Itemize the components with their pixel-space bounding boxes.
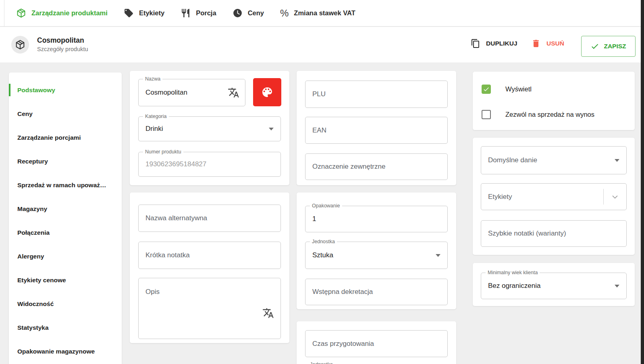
alt-name-field[interactable]: Nazwa alternatywna bbox=[138, 205, 281, 232]
takeaway-checkbox-row[interactable]: Zezwól na sprzedaż na wynos bbox=[482, 110, 594, 119]
product-number-label: Numer produktu bbox=[143, 149, 183, 155]
nav-item-label: Zmiana stawek VAT bbox=[294, 9, 355, 17]
labels-placeholder: Etykiety bbox=[488, 193, 512, 201]
top-navigation: Zarządzanie produktami Etykiety Porcja C… bbox=[0, 0, 641, 27]
product-number-field[interactable]: Numer produktu 1930623695184827 bbox=[138, 152, 281, 177]
nav-item-labels[interactable]: Etykiety bbox=[124, 8, 164, 18]
sidebar-item-etykiety-cenowe[interactable]: Etykiety cenowe bbox=[9, 268, 122, 292]
tag-icon bbox=[124, 8, 134, 18]
minimum-age-select[interactable]: Minimalny wiek klienta Bez ograniczenia bbox=[481, 273, 627, 299]
sidebar-item-sprzedaz-upowaznienia[interactable]: Sprzedaż w ramach upoważ… bbox=[9, 173, 122, 197]
plu-field[interactable]: PLU bbox=[305, 81, 448, 108]
plu-placeholder: PLU bbox=[312, 90, 326, 98]
category-select-value: Drinki bbox=[145, 125, 163, 133]
codes-card: PLU EAN Oznaczenie zewnętrzne bbox=[297, 71, 456, 185]
nav-item-product-management[interactable]: Zarządzanie produktami bbox=[16, 8, 108, 18]
next-field-label-cutoff: Jednostka bbox=[310, 362, 333, 364]
unit-select[interactable]: Jednostka Sztuka bbox=[305, 242, 448, 269]
unit-label: Jednostka bbox=[310, 239, 337, 245]
caret-down-icon bbox=[615, 159, 619, 162]
category-select-label: Kategoria bbox=[143, 114, 169, 120]
save-button[interactable]: ZAPISZ bbox=[581, 36, 636, 57]
color-picker-button[interactable] bbox=[253, 78, 281, 106]
default-dish-placeholder: Domyślne danie bbox=[488, 156, 537, 164]
minimum-age-card: Minimalny wiek klienta Bez ograniczenia bbox=[473, 263, 635, 306]
sidebar-item-statystyka[interactable]: Statystyka bbox=[9, 316, 122, 339]
short-note-placeholder: Krótka notatka bbox=[145, 251, 190, 259]
product-number-value: 1930623695184827 bbox=[145, 160, 206, 168]
save-button-label: ZAPISZ bbox=[604, 43, 626, 50]
unit-value: Sztuka bbox=[312, 251, 333, 259]
duplicate-icon bbox=[471, 39, 480, 48]
external-mark-placeholder: Oznaczenie zewnętrzne bbox=[312, 163, 385, 171]
sidebar-item-polaczenia[interactable]: Połączenia bbox=[9, 221, 122, 244]
basic-info-card: Nazwa Cosmopolitan Kategoria Drinki Nume… bbox=[130, 71, 289, 185]
cube-icon bbox=[16, 8, 26, 18]
duplicate-button[interactable]: DUPLIKUJ bbox=[471, 39, 517, 48]
sidebar-item-receptury[interactable]: Receptury bbox=[9, 149, 122, 173]
trash-icon bbox=[531, 39, 541, 48]
sidebar-item-opakowanie-magazynowe[interactable]: Opakowanie magazynowe bbox=[9, 339, 122, 363]
chevron-down-icon[interactable] bbox=[611, 192, 619, 201]
name-field[interactable]: Nazwa Cosmopolitan bbox=[138, 79, 245, 106]
sidebar-item-zarzadzanie-porcjami[interactable]: Zarządzanie porcjami bbox=[9, 126, 122, 149]
sidebar-item-ceny[interactable]: Ceny bbox=[9, 102, 122, 126]
check-icon bbox=[483, 86, 490, 93]
assignments-card: Domyślne danie Etykiety Szybkie notatki … bbox=[473, 138, 635, 255]
short-note-field[interactable]: Krótka notatka bbox=[138, 242, 281, 269]
nav-item-prices[interactable]: Ceny bbox=[233, 8, 264, 18]
preparation-card: Czas przygotowania Jednostka bbox=[297, 321, 456, 364]
sidebar-item-widocznosc[interactable]: Widoczność bbox=[9, 292, 122, 316]
translate-icon[interactable] bbox=[262, 307, 274, 319]
predecretation-field[interactable]: Wstępna dekretacja bbox=[305, 279, 448, 305]
package-field[interactable]: Opakowanie 1 bbox=[305, 206, 448, 232]
caret-down-icon bbox=[269, 128, 274, 130]
nav-item-label: Porcja bbox=[196, 9, 216, 17]
name-field-label: Nazwa bbox=[143, 76, 162, 82]
external-mark-field[interactable]: Oznaczenie zewnętrzne bbox=[305, 153, 448, 180]
nav-item-label: Ceny bbox=[248, 9, 264, 17]
takeaway-checkbox[interactable] bbox=[482, 110, 491, 119]
sidebar-item-magazyny[interactable]: Magazyny bbox=[9, 197, 122, 221]
display-checkbox[interactable] bbox=[482, 85, 491, 94]
field-divider bbox=[603, 189, 604, 205]
packaging-card: Opakowanie 1 Jednostka Sztuka Wstępna de… bbox=[297, 192, 456, 309]
prep-time-field[interactable]: Czas przygotowania bbox=[305, 330, 448, 357]
nav-item-label: Etykiety bbox=[139, 9, 164, 17]
descriptions-card: Nazwa alternatywna Krótka notatka Opis bbox=[130, 192, 289, 343]
nav-item-portion[interactable]: Porcja bbox=[181, 8, 216, 18]
duplicate-button-label: DUPLIKUJ bbox=[486, 40, 517, 47]
prep-time-placeholder: Czas przygotowania bbox=[312, 340, 374, 348]
percent-icon: % bbox=[280, 8, 289, 19]
takeaway-checkbox-label: Zezwól na sprzedaż na wynos bbox=[505, 111, 594, 118]
delete-button-label: USUŃ bbox=[546, 40, 564, 47]
ean-field[interactable]: EAN bbox=[305, 117, 448, 144]
labels-multiselect[interactable]: Etykiety bbox=[481, 183, 627, 210]
description-textarea[interactable]: Opis bbox=[138, 278, 281, 339]
display-checkbox-row[interactable]: Wyświetl bbox=[482, 85, 532, 94]
ean-placeholder: EAN bbox=[312, 126, 326, 134]
nav-item-label: Zarządzanie produktami bbox=[31, 9, 108, 17]
product-avatar bbox=[11, 36, 29, 54]
default-dish-select[interactable]: Domyślne danie bbox=[481, 146, 627, 174]
caret-down-icon bbox=[615, 285, 619, 287]
quick-notes-placeholder: Szybkie notatki (warianty) bbox=[488, 230, 566, 238]
category-select[interactable]: Kategoria Drinki bbox=[138, 116, 281, 141]
scrollbar[interactable] bbox=[641, 0, 644, 364]
cutlery-icon bbox=[181, 8, 191, 18]
sidebar-item-alergeny[interactable]: Alergeny bbox=[9, 244, 122, 268]
page-subtitle: Szczegóły produktu bbox=[37, 46, 88, 52]
package-label: Opakowanie bbox=[310, 203, 342, 209]
name-field-value: Cosmopolitan bbox=[145, 89, 187, 97]
minimum-age-label: Minimalny wiek klienta bbox=[486, 270, 540, 276]
translate-icon[interactable] bbox=[228, 87, 239, 99]
page-title: Cosmopolitan bbox=[37, 36, 84, 45]
nav-item-vat-change[interactable]: % Zmiana stawek VAT bbox=[280, 8, 355, 19]
product-section-sidebar: Podstawowy Ceny Zarządzanie porcjami Rec… bbox=[9, 72, 122, 364]
sidebar-item-podstawowy[interactable]: Podstawowy bbox=[9, 78, 122, 102]
delete-button[interactable]: USUŃ bbox=[531, 39, 564, 48]
sidebar-list: Podstawowy Ceny Zarządzanie porcjami Rec… bbox=[9, 72, 122, 363]
visibility-card: Wyświetl Zezwól na sprzedaż na wynos bbox=[473, 72, 635, 130]
minimum-age-value: Bez ograniczenia bbox=[488, 282, 540, 290]
quick-notes-field[interactable]: Szybkie notatki (warianty) bbox=[481, 220, 627, 247]
